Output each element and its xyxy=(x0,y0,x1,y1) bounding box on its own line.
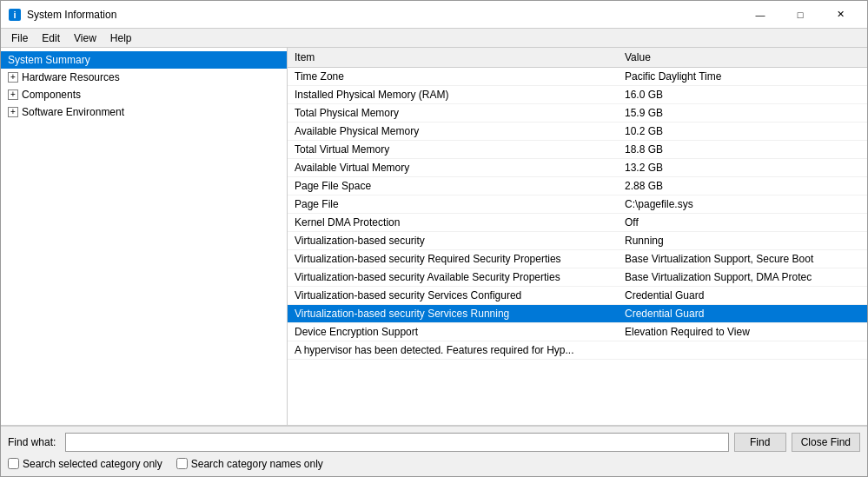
expand-icon-hardware: + xyxy=(8,72,18,83)
table-row[interactable]: Time ZonePacific Daylight Time xyxy=(288,68,867,86)
menu-help[interactable]: Help xyxy=(103,30,139,46)
find-input[interactable] xyxy=(65,433,729,452)
table-cell-value: 2.88 GB xyxy=(618,177,867,195)
table-row[interactable]: Total Physical Memory15.9 GB xyxy=(288,104,867,123)
table-cell-value xyxy=(618,341,867,360)
table-cell-value: 15.9 GB xyxy=(618,104,867,123)
table-cell-item: Installed Physical Memory (RAM) xyxy=(288,86,618,104)
title-bar: i System Information — □ ✕ xyxy=(1,1,867,29)
table-cell-item: Page File xyxy=(288,195,618,214)
table-cell-value: 16.0 GB xyxy=(618,86,867,104)
table-cell-value: Base Virtualization Support, DMA Protec xyxy=(618,268,867,287)
table-cell-item: Total Physical Memory xyxy=(288,104,618,123)
table-cell-value: Pacific Daylight Time xyxy=(618,68,867,86)
table-cell-item: Device Encryption Support xyxy=(288,323,618,341)
table-row[interactable]: Virtualization-based securityRunning xyxy=(288,232,867,250)
find-button[interactable]: Find xyxy=(734,433,786,452)
window-controls: — □ ✕ xyxy=(740,1,860,29)
maximize-button[interactable]: □ xyxy=(780,1,820,29)
search-names-checkbox[interactable] xyxy=(176,458,188,469)
table-cell-value: C:\pagefile.sys xyxy=(618,195,867,214)
table-row[interactable]: Installed Physical Memory (RAM)16.0 GB xyxy=(288,86,867,104)
table-cell-item: Available Virtual Memory xyxy=(288,159,618,177)
table-row[interactable]: A hypervisor has been detected. Features… xyxy=(288,341,867,360)
window-title: System Information xyxy=(27,9,740,21)
table-cell-value: 10.2 GB xyxy=(618,123,867,141)
system-summary-label: System Summary xyxy=(8,54,90,66)
table-cell-value: Base Virtualization Support, Secure Boot xyxy=(618,250,867,268)
table-cell-value: Elevation Required to View xyxy=(618,323,867,341)
table-row[interactable]: Device Encryption SupportElevation Requi… xyxy=(288,323,867,341)
table-cell-value: 13.2 GB xyxy=(618,159,867,177)
table-row[interactable]: Kernel DMA ProtectionOff xyxy=(288,214,867,232)
find-label: Find what: xyxy=(8,436,60,448)
table-cell-value: Credential Guard xyxy=(618,305,867,323)
table-row[interactable]: Total Virtual Memory18.8 GB xyxy=(288,141,867,159)
table-row[interactable]: Page FileC:\pagefile.sys xyxy=(288,195,867,214)
table-row[interactable]: Available Physical Memory10.2 GB xyxy=(288,123,867,141)
tree-item-hardware-resources[interactable]: + Hardware Resources xyxy=(1,69,287,86)
tree-item-components[interactable]: + Components xyxy=(1,86,287,103)
table-cell-item: A hypervisor has been detected. Features… xyxy=(288,341,618,360)
search-category-label: Search selected category only xyxy=(8,458,162,470)
main-content: System Summary + Hardware Resources + Co… xyxy=(1,48,867,426)
main-window: i System Information — □ ✕ File Edit Vie… xyxy=(0,0,868,477)
table-cell-item: Kernel DMA Protection xyxy=(288,214,618,232)
table-row[interactable]: Virtualization-based security Available … xyxy=(288,268,867,287)
table-cell-value: Running xyxy=(618,232,867,250)
menu-bar: File Edit View Help xyxy=(1,29,867,48)
table-cell-item: Virtualization-based security Services C… xyxy=(288,287,618,305)
expand-icon-software: + xyxy=(8,107,18,117)
app-icon: i xyxy=(8,8,22,22)
tree-item-software-environment[interactable]: + Software Environment xyxy=(1,103,287,121)
search-category-checkbox[interactable] xyxy=(8,458,19,469)
data-table[interactable]: Item Value Time ZonePacific Daylight Tim… xyxy=(288,48,867,425)
table-row[interactable]: Virtualization-based security Required S… xyxy=(288,250,867,268)
right-panel: Item Value Time ZonePacific Daylight Tim… xyxy=(288,48,867,425)
software-environment-label: Software Environment xyxy=(22,106,124,118)
table-cell-item: Page File Space xyxy=(288,177,618,195)
components-label: Components xyxy=(22,89,81,101)
close-find-button[interactable]: Close Find xyxy=(792,433,860,452)
table-cell-item: Virtualization-based security Required S… xyxy=(288,250,618,268)
search-names-label: Search category names only xyxy=(176,458,323,470)
menu-edit[interactable]: Edit xyxy=(35,30,67,46)
menu-view[interactable]: View xyxy=(67,30,103,46)
close-button[interactable]: ✕ xyxy=(820,1,860,29)
tree-item-system-summary[interactable]: System Summary xyxy=(1,51,287,69)
col-header-value: Value xyxy=(618,48,867,68)
checkbox-row: Search selected category only Search cat… xyxy=(8,458,860,470)
table-row[interactable]: Virtualization-based security Services R… xyxy=(288,305,867,323)
col-header-item: Item xyxy=(288,48,618,68)
svg-text:i: i xyxy=(13,10,16,20)
table-cell-item: Available Physical Memory xyxy=(288,123,618,141)
table-cell-item: Virtualization-based security xyxy=(288,232,618,250)
table-row[interactable]: Virtualization-based security Services C… xyxy=(288,287,867,305)
table-cell-item: Virtualization-based security Services R… xyxy=(288,305,618,323)
menu-file[interactable]: File xyxy=(4,30,35,46)
expand-icon-components: + xyxy=(8,89,18,100)
table-cell-value: 18.8 GB xyxy=(618,141,867,159)
table-cell-item: Total Virtual Memory xyxy=(288,141,618,159)
table-cell-item: Time Zone xyxy=(288,68,618,86)
bottom-bar: Find what: Find Close Find Search select… xyxy=(1,426,867,476)
table-cell-item: Virtualization-based security Available … xyxy=(288,268,618,287)
minimize-button[interactable]: — xyxy=(740,1,780,29)
table-cell-value: Off xyxy=(618,214,867,232)
table-cell-value: Credential Guard xyxy=(618,287,867,305)
hardware-resources-label: Hardware Resources xyxy=(22,71,120,83)
search-row: Find what: Find Close Find xyxy=(8,433,860,452)
left-panel: System Summary + Hardware Resources + Co… xyxy=(1,48,288,425)
table-row[interactable]: Available Virtual Memory13.2 GB xyxy=(288,159,867,177)
table-row[interactable]: Page File Space2.88 GB xyxy=(288,177,867,195)
